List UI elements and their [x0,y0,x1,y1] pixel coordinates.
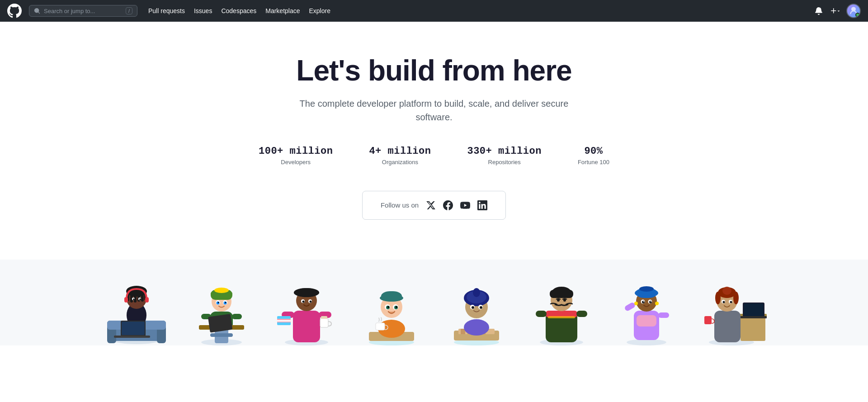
svg-rect-14 [124,297,128,303]
stat-fortune100: 90% Fortune 100 [578,146,609,166]
svg-point-32 [214,288,229,293]
svg-rect-119 [714,311,741,342]
notifications-button[interactable] [813,5,825,17]
social-follow-box: Follow us on [362,191,506,220]
character-2 [181,260,262,345]
main-nav: / Pull requests Issues Codespaces Market… [0,0,868,22]
svg-rect-47 [277,320,291,322]
nav-links: Pull requests Issues Codespaces Marketpl… [145,5,806,17]
stat-organizations-value: 4+ million [369,146,431,157]
user-avatar[interactable] [846,4,861,18]
svg-point-96 [627,339,666,345]
facebook-icon [443,200,453,210]
twitter-link[interactable] [426,200,436,210]
svg-point-109 [643,301,644,302]
svg-rect-28 [232,314,242,319]
follow-label: Follow us on [381,201,419,209]
character-1 [96,260,177,345]
svg-point-77 [464,319,489,336]
youtube-link[interactable] [460,200,470,210]
linkedin-link[interactable] [477,200,487,210]
nav-link-marketplace[interactable]: Marketplace [262,5,303,17]
svg-point-128 [730,301,732,303]
svg-point-85 [480,306,482,309]
github-logo-icon [7,4,22,18]
svg-point-19 [139,298,141,300]
svg-point-122 [722,287,731,295]
svg-rect-15 [145,297,149,303]
svg-rect-89 [548,316,575,318]
linkedin-icon [477,200,487,210]
svg-point-107 [642,301,645,303]
stats-row: 100+ million Developers 4+ million Organ… [9,146,859,166]
svg-point-18 [133,298,135,300]
svg-point-123 [715,292,721,304]
svg-point-124 [733,292,739,304]
svg-point-104 [639,286,654,292]
character-3 [266,260,347,345]
svg-rect-98 [637,315,656,326]
character-4 [351,260,432,345]
svg-rect-25 [210,333,233,337]
character-7 [606,260,687,345]
svg-point-37 [218,302,219,303]
search-icon [34,8,40,14]
nav-link-codespaces[interactable]: Codespaces [217,5,260,17]
svg-rect-40 [208,314,232,333]
character-5 [436,260,517,345]
svg-rect-10 [134,288,137,303]
search-box[interactable]: / [29,5,137,17]
characters-section [0,260,868,345]
github-logo-link[interactable] [7,4,22,18]
stat-repositories-value: 330+ million [467,146,541,157]
svg-rect-55 [320,318,328,327]
stat-developers-value: 100+ million [259,146,333,157]
new-menu-button[interactable] [828,5,843,16]
search-input[interactable] [44,8,122,14]
svg-point-108 [649,301,652,303]
stat-fortune100-label: Fortune 100 [578,159,609,166]
nav-link-issues[interactable]: Issues [190,5,216,17]
character-6 [521,260,602,345]
svg-rect-117 [744,303,764,316]
svg-rect-21 [122,322,145,335]
nav-link-pull-requests[interactable]: Pull requests [145,5,189,17]
nav-right [813,4,861,18]
svg-rect-22 [114,336,150,338]
svg-rect-42 [293,311,320,342]
svg-point-84 [472,306,474,309]
stat-developers-label: Developers [259,159,333,166]
svg-rect-91 [576,311,587,317]
search-shortcut: / [126,7,132,14]
svg-rect-50 [294,288,319,297]
svg-point-112 [655,302,659,305]
facebook-link[interactable] [443,200,453,210]
svg-rect-90 [536,311,547,317]
svg-point-110 [651,301,651,302]
hero-title: Let's build from here [9,54,859,88]
svg-point-54 [310,300,312,303]
character-8 [691,260,772,345]
nav-link-explore[interactable]: Explore [306,5,334,17]
svg-point-127 [723,301,725,303]
svg-point-68 [396,306,397,308]
youtube-icon [460,200,470,210]
svg-point-94 [557,299,560,302]
stat-repositories: 330+ million Repositories [467,146,541,166]
svg-point-53 [302,300,305,303]
svg-rect-69 [376,323,385,330]
stat-repositories-label: Repositories [467,159,541,166]
svg-point-95 [563,299,566,302]
svg-point-38 [225,302,226,303]
svg-rect-118 [741,316,767,318]
svg-rect-114 [741,316,765,341]
social-icons [426,200,487,210]
stat-organizations-label: Organizations [369,159,431,166]
stat-fortune100-value: 90% [578,146,609,157]
svg-point-67 [387,306,389,308]
svg-rect-99 [624,302,636,312]
svg-rect-56 [321,316,327,319]
hero-subtitle: The complete developer platform to build… [298,97,570,124]
svg-rect-129 [704,316,712,324]
svg-rect-93 [550,290,573,298]
